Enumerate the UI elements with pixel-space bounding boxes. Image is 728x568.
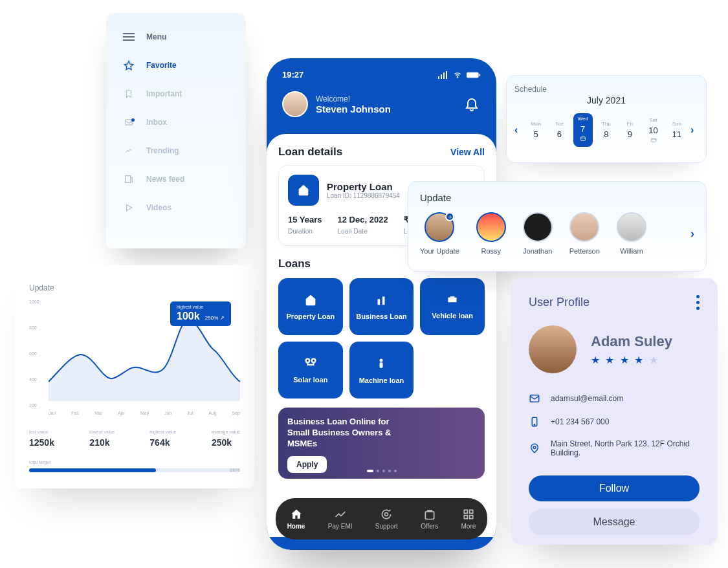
story-avatar [569,212,599,242]
story-item[interactable]: Jonathan [523,212,553,255]
progress-pct: 86% [230,467,240,473]
menu-label: Inbox [146,118,167,127]
tooltip-value: 100k [177,311,200,322]
tab-bar: Home Pay EMI Support Offers More [276,498,487,540]
stories-next-button[interactable]: › [690,227,694,241]
line-chart: 200 400 600 800 1000 highest value 100k … [49,304,240,408]
tooltip-delta: 250% ↗ [205,315,225,321]
profile-avatar[interactable] [529,325,577,373]
target-label: total target [29,460,240,464]
news-icon [123,173,135,185]
tooltip-label: highest value [177,305,225,309]
tab-offers[interactable]: Offers [421,508,438,530]
svg-rect-1 [126,176,131,183]
svg-point-25 [533,446,536,449]
menu-item-favorite[interactable]: Favorite [123,60,229,71]
svg-rect-4 [443,72,445,79]
battery-icon [467,71,481,79]
tab-home[interactable]: Home [287,508,305,530]
next-week-button[interactable]: › [690,124,698,136]
tile-machine[interactable]: Machine loan [349,342,414,399]
day-sat[interactable]: Sat10 [643,117,663,143]
story-avatar [476,212,506,242]
svg-point-11 [312,359,316,363]
section-title: Loan details [278,146,342,158]
welcome-label: Welcome! [316,94,350,104]
follow-button[interactable]: Follow [529,475,700,501]
menu-item-videos[interactable]: Videos [123,202,229,213]
more-icon[interactable] [696,295,700,310]
view-all-link[interactable]: View All [450,147,485,157]
svg-rect-20 [580,137,585,141]
analytics-card: Update 200 400 600 800 1000 highest valu… [15,265,254,488]
profile-title: User Profile [529,296,590,309]
svg-rect-13 [380,362,383,367]
x-axis: JanFebMarAprMayJunJulAugSep [49,411,240,415]
menu-item-trending[interactable]: Trending [123,145,229,157]
svg-point-6 [457,76,458,78]
tile-vehicle[interactable]: Vehicle loan [420,278,485,335]
plus-icon: + [445,212,454,221]
signal-icon [438,71,448,79]
menu-item-important[interactable]: Important [123,88,229,100]
svg-rect-9 [448,298,456,303]
stats-row: last value1250k lowest value210k highest… [29,430,240,448]
stat-average: average value250k [212,430,240,448]
tile-solar[interactable]: Solar loan [278,342,343,399]
bookmark-icon [123,88,135,100]
menu-title: Menu [146,32,166,41]
wifi-icon [452,71,463,79]
tab-payemi[interactable]: Pay EMI [328,508,353,530]
day-sun[interactable]: Sun11 [667,121,687,139]
day-thu[interactable]: Thu8 [597,121,616,139]
day-mon[interactable]: Mon5 [526,121,546,139]
phone-mock: 19:27 Welcome! Steven Johnson Loan detai… [267,58,496,550]
schedule-title: Schedule [514,85,698,94]
menu-label: News feed [146,175,184,184]
schedule-month: July 2021 [514,95,698,105]
promo-banner[interactable]: Business Loan Online for Small Business … [278,408,485,479]
avatar[interactable] [282,91,308,117]
story-avatar [523,212,553,242]
day-wed[interactable]: Wed7 [573,113,593,147]
phone-header: Welcome! Steven Johnson [267,80,496,130]
chart-tooltip: highest value 100k 250% ↗ [170,301,231,326]
svg-rect-21 [651,138,656,142]
tab-support[interactable]: Support [375,508,398,530]
clock: 19:27 [282,70,303,80]
story-avatar [617,212,646,242]
schedule-card: Schedule July 2021 ‹ Mon5 Tue6 Wed7 Thu8… [506,75,707,163]
story-item[interactable]: Rossy [476,212,506,255]
apply-button[interactable]: Apply [287,456,327,473]
inbox-icon [123,116,135,128]
menu-item-newsfeed[interactable]: News feed [123,173,229,185]
story-avatar: + [425,212,454,242]
menu-label: Important [146,89,182,98]
menu-header[interactable]: Menu [123,31,229,43]
story-item[interactable]: Petterson [569,212,600,255]
prev-week-button[interactable]: ‹ [514,124,522,136]
day-fri[interactable]: Fri9 [620,121,639,139]
profile-name: Adam Suley [591,333,672,350]
svg-point-10 [305,359,309,363]
play-icon [123,202,135,213]
menu-item-inbox[interactable]: Inbox [123,116,229,128]
loan-title: Property Loan [327,181,400,192]
story-your-update[interactable]: + Your Update [420,212,459,255]
day-tue[interactable]: Tue6 [549,121,569,139]
stat-last: last value1250k [29,430,54,448]
menu-label: Favorite [146,61,177,70]
svg-rect-18 [464,516,467,519]
property-icon [288,175,319,206]
story-item[interactable]: William [617,212,646,255]
hamburger-icon [123,31,135,43]
svg-rect-16 [464,510,467,513]
progress-bar [29,468,240,472]
tile-property[interactable]: Property Loan [278,278,343,335]
svg-rect-7 [467,72,479,77]
tab-more[interactable]: More [461,508,476,530]
stat-lowest: lowest value210k [89,430,115,448]
bell-icon[interactable] [464,96,481,113]
message-button[interactable]: Message [529,509,700,535]
tile-business[interactable]: Business Loan [349,278,414,335]
